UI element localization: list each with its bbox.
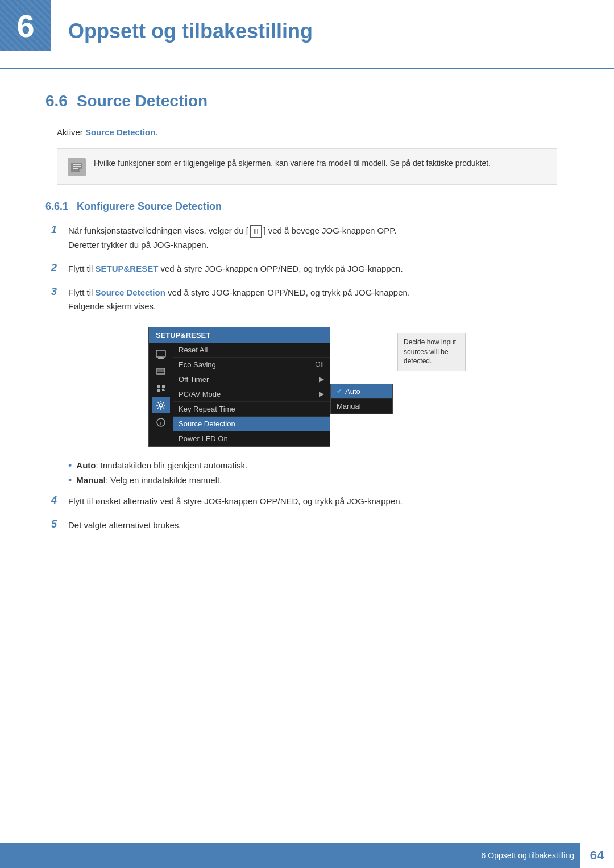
- menu-row-source-detection: Source Detection: [173, 417, 330, 431]
- menu-icon-display: [152, 346, 170, 362]
- menu-row-pcav: PC/AV Mode ▶: [173, 387, 330, 402]
- svg-point-13: [159, 404, 163, 407]
- main-content: 6.6 Source Detection Aktiver Source Dete…: [0, 69, 614, 588]
- subsection-heading: 6.6.1 Konfigurere Source Detection: [45, 201, 569, 213]
- footer: 6 Oppsett og tilbakestilling 64: [0, 843, 614, 868]
- step-2-content: Flytt til SETUP&RESET ved å styre JOG-kn…: [68, 262, 403, 276]
- footer-page-number: 64: [580, 843, 614, 868]
- svg-rect-7: [157, 368, 165, 374]
- chapter-title: Oppsett og tilbakestilling: [68, 8, 313, 43]
- bullet-dot-auto: •: [68, 460, 72, 471]
- submenu-label-auto: Auto: [345, 387, 360, 396]
- menu-sidebar: i Reset All Eco Saving Off Off T: [149, 343, 330, 446]
- jog-icon: |||: [250, 225, 263, 238]
- svg-rect-12: [157, 389, 160, 392]
- chapter-header: 6 Oppsett og tilbakestilling: [0, 0, 614, 68]
- footer-text: 6 Oppsett og tilbakestilling: [482, 851, 580, 860]
- tooltip-text: Decide how input sources will be detecte…: [404, 338, 456, 366]
- menu-label-eco: Eco Saving: [179, 360, 315, 369]
- svg-rect-11: [162, 385, 165, 388]
- check-mark-auto: ✔: [337, 387, 342, 395]
- menu-arrow-off-timer: ▶: [319, 375, 324, 383]
- step-1-num: 1: [51, 224, 68, 236]
- activation-text: Aktiver Source Detection.: [57, 127, 569, 137]
- menu-value-eco: Off: [315, 360, 324, 368]
- submenu-panel: ✔ Auto Manual: [330, 384, 393, 414]
- step-1: 1 Når funksjonstastveiledningen vises, v…: [51, 224, 569, 252]
- menu-arrow-pcav: ▶: [319, 390, 324, 398]
- subsection-title: Konfigurere Source Detection: [77, 201, 222, 212]
- note-box: Hvilke funksjoner som er tilgjengelige p…: [57, 148, 557, 185]
- svg-rect-5: [159, 357, 163, 358]
- bullet-item-manual: • Manual: Velg en inndatakilde manuelt.: [68, 475, 569, 485]
- submenu-label-manual: Manual: [337, 402, 361, 410]
- svg-text:i: i: [160, 420, 162, 426]
- activation-highlight: Source Detection: [85, 127, 155, 137]
- bullet-item-auto: • Auto: Inndatakilden blir gjenkjent aut…: [68, 460, 569, 471]
- svg-rect-6: [158, 358, 164, 359]
- bullet-list: • Auto: Inndatakilden blir gjenkjent aut…: [68, 460, 569, 485]
- bullet-dot-manual: •: [68, 475, 72, 485]
- step-4: 4 Flytt til ønsket alternativ ved å styr…: [51, 495, 569, 508]
- activation-suffix: .: [155, 127, 157, 137]
- subsection-number: 6.6.1: [45, 201, 68, 212]
- submenu-row-auto: ✔ Auto: [331, 384, 392, 399]
- tooltip-box: Decide how input sources will be detecte…: [397, 333, 466, 371]
- steps-list-2: 4 Flytt til ønsket alternativ ved å styr…: [51, 495, 569, 532]
- step-3: 3 Flytt til Source Detection ved å styre…: [51, 286, 569, 313]
- section-title: Source Detection: [77, 92, 208, 110]
- chapter-number: 6: [16, 7, 34, 44]
- setup-reset-label: SETUP&RESET: [96, 264, 159, 273]
- menu-icon-color: [152, 380, 170, 396]
- menu-icons-col: i: [149, 343, 173, 446]
- note-text: Hvilke funksjoner som er tilgjengelige p…: [94, 157, 491, 169]
- bullet-auto-text: Auto: Inndatakilden blir gjenkjent autom…: [76, 460, 247, 470]
- menu-row-reset-all: Reset All: [173, 343, 330, 358]
- menu-icon-picture: [152, 363, 170, 379]
- menu-screenshot-container: SETUP&RESET: [45, 327, 569, 447]
- note-icon: [68, 158, 86, 176]
- source-detection-label: Source Detection: [96, 288, 165, 297]
- menu-label-power-led: Power LED On: [179, 434, 324, 443]
- menu-row-off-timer: Off Timer ▶: [173, 372, 330, 387]
- step-4-content: Flytt til ønsket alternativ ved å styre …: [68, 495, 403, 508]
- section-number: 6.6: [45, 92, 68, 110]
- svg-rect-4: [156, 350, 165, 357]
- menu-label-key-repeat: Key Repeat Time: [179, 405, 324, 413]
- menu-icon-settings: [152, 397, 170, 413]
- step-2-num: 2: [51, 262, 68, 274]
- step-3-num: 3: [51, 286, 68, 298]
- menu-row-power-led: Power LED On: [173, 431, 330, 446]
- menu-top-bar: SETUP&RESET: [149, 327, 330, 343]
- menu-panel: SETUP&RESET: [148, 327, 330, 447]
- menu-label-pcav: PC/AV Mode: [179, 390, 319, 398]
- menu-label-off-timer: Off Timer: [179, 375, 319, 384]
- chapter-number-block: 6: [0, 0, 51, 51]
- step-1-content: Når funksjonstastveiledningen vises, vel…: [68, 224, 396, 252]
- step-3-content: Flytt til Source Detection ved å styre J…: [68, 286, 410, 313]
- step-5-content: Det valgte alternativet brukes.: [68, 518, 181, 532]
- step-5-num: 5: [51, 518, 68, 530]
- submenu-row-manual: Manual: [331, 399, 392, 414]
- section-heading: 6.6 Source Detection: [45, 92, 569, 110]
- menu-label-source-detection: Source Detection: [179, 420, 324, 428]
- step-2: 2 Flytt til SETUP&RESET ved å styre JOG-…: [51, 262, 569, 276]
- menu-icon-info: i: [152, 414, 170, 430]
- step-4-num: 4: [51, 495, 68, 506]
- step-5: 5 Det valgte alternativet brukes.: [51, 518, 569, 532]
- activation-prefix: Aktiver: [57, 127, 85, 137]
- menu-items-col: Reset All Eco Saving Off Off Timer ▶ PC/…: [173, 343, 330, 446]
- bullet-manual-text: Manual: Velg en inndatakilde manuelt.: [76, 475, 222, 485]
- menu-row-key-repeat: Key Repeat Time: [173, 402, 330, 417]
- svg-rect-10: [157, 385, 160, 388]
- menu-row-eco-saving: Eco Saving Off: [173, 358, 330, 372]
- menu-label-reset: Reset All: [179, 346, 324, 354]
- steps-list: 1 Når funksjonstastveiledningen vises, v…: [51, 224, 569, 313]
- menu-screenshot: SETUP&RESET: [148, 327, 466, 447]
